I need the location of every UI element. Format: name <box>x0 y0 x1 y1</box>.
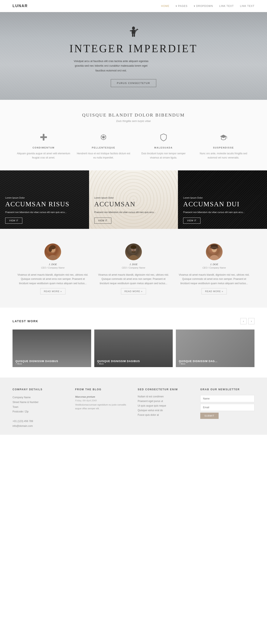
feature-condimentum: CONDIMENTUM Aliquam gravida augue sit am… <box>17 133 70 160</box>
footer: COMPANY DETAILS Company Name Street Name… <box>0 378 267 435</box>
portfolio-small-title-0: Lorem Ipsum Dolor <box>5 196 84 199</box>
svg-point-27 <box>210 255 219 260</box>
portfolio-desc-1: Praesent non bibendum dui vitae cursus e… <box>94 210 173 214</box>
feature-pellentesque: PELLENTESQUE Hendrerit risus et est tris… <box>77 133 131 160</box>
svg-rect-4 <box>132 34 133 37</box>
nav-link2[interactable]: LINK TEXT <box>240 4 255 8</box>
footer-newsletter-title: GRAB OUR NEWSLETTER <box>200 388 255 391</box>
feature-text-1: Hendrerit risus et est tristique facilis… <box>77 152 131 160</box>
avatar-2 <box>206 244 223 260</box>
newsletter-submit-button[interactable]: SUBMIT <box>200 413 219 419</box>
portfolio-btn-2[interactable]: VIEW IT <box>183 218 200 224</box>
svg-rect-2 <box>130 30 132 31</box>
newsletter-email-input[interactable] <box>200 404 255 411</box>
portfolio-btn-1[interactable]: VIEW IT <box>94 218 111 224</box>
nav-pages[interactable]: ▾ PAGES <box>176 4 188 8</box>
footer-company: COMPANY DETAILS Company Name Street Name… <box>12 388 67 428</box>
portfolio-content-1: Lorem Ipsum Dolor ACCUMSAN Praesent non … <box>94 196 173 224</box>
svg-marker-11 <box>101 134 106 140</box>
testimonial-text-0: Vivamus sit amet mauris blandit, digniss… <box>17 273 89 286</box>
portfolio-item-1: Lorem Ipsum Dolor ACCUMSAN Praesent non … <box>89 170 178 229</box>
svg-point-26 <box>131 251 136 253</box>
testimonial-text-2: Vivamus sit amet mauris blandit, digniss… <box>178 273 250 286</box>
hero-title: INTEGER IMPERDIET <box>69 42 198 55</box>
footer-sed: SED CONSECTETUR ENIM Nullam id est condi… <box>138 388 192 428</box>
newsletter-name-input[interactable] <box>200 395 255 402</box>
nav-dropdown[interactable]: ▾ DROPDOWN <box>194 4 213 8</box>
feature-text-3: Nunc oro ante, molestie iaculis fringill… <box>197 152 251 160</box>
portfolio-item-2: Lorem Ipsum Dolor ACCUMSAN DUI Praesent … <box>178 170 267 229</box>
hero-cta-button[interactable]: PURUS CONSECTETUR <box>111 79 156 87</box>
svg-rect-8 <box>40 136 47 138</box>
next-button[interactable]: › <box>248 318 255 324</box>
work-item-0: QUISQUE DIGNISSIM DAGIBUS + More <box>12 330 91 367</box>
work-caption-title-1: QUISQUE DIGNISSIM DAGIBUS <box>97 360 170 363</box>
footer-company-title: COMPANY DETAILS <box>12 388 67 391</box>
nav-links: HOME ▾ PAGES ▾ DROPDOWN LINK TEXT LINK T… <box>161 4 255 8</box>
portfolio-btn-0[interactable]: VIEW IT <box>5 218 22 224</box>
portfolio-content-2: Lorem Ipsum Dolor ACCUMSAN DUI Praesent … <box>183 196 262 224</box>
latest-work-header: LATEST WORK ‹ › <box>12 318 255 324</box>
portfolio-desc-2: Praesent non bibendum dui vitae cursus e… <box>183 210 262 214</box>
hero-content: INTEGER IMPERDIET Volutpat arcu at fauci… <box>69 25 198 87</box>
footer-blog-item-0: Maecenas pretium Friday, 6th April 2049 … <box>75 395 129 410</box>
feature-icon-star <box>77 133 131 143</box>
portfolio-item-0: Lorem Ipsum Dolor ACCUMSAN RISUS Praesen… <box>0 170 89 229</box>
prev-button[interactable]: ‹ <box>240 318 247 324</box>
features-subtitle: Duis fringilla sem turpis vitae <box>17 120 250 122</box>
feature-text-2: Duis tincidunt turpis non tempor semper … <box>137 152 190 160</box>
footer-blog-post-title: Maecenas pretium <box>75 395 129 398</box>
testimonials-section: J. DOE CEO / Company Name Vivamus sit am… <box>0 229 267 308</box>
work-item-2: QUISQUE DIGNISSIM DAG... + More <box>176 330 255 367</box>
footer-blog: FROM THE BLOG Maecenas pretium Friday, 6… <box>75 388 129 428</box>
footer-sed-item-2: Ut quis augue quis neque <box>138 404 192 407</box>
feature-text-0: Aliquam gravida augue sit amet velit ele… <box>17 152 70 160</box>
portfolio-small-title-2: Lorem Ipsum Dolor <box>183 196 262 199</box>
testimonial-link-2[interactable]: READ MORE » <box>202 288 227 294</box>
work-caption-title-2: QUISQUE DIGNISSIM DAG... <box>179 360 252 363</box>
svg-point-31 <box>210 246 218 249</box>
footer-sed-item-0: Nullam id est condimen <box>138 395 192 398</box>
work-caption-title-0: QUISQUE DIGNISSIM DAGIBUS <box>15 360 88 363</box>
svg-rect-1 <box>132 30 135 34</box>
svg-marker-14 <box>226 138 227 139</box>
testimonial-role-2: CEO / Company Name <box>178 266 250 269</box>
svg-rect-5 <box>134 34 135 37</box>
footer-blog-title: FROM THE BLOG <box>75 388 129 391</box>
testimonial-role-1: CEO / Company Name <box>97 266 170 269</box>
footer-blog-date: Friday, 6th April 2049 <box>75 399 129 402</box>
svg-point-16 <box>48 255 57 260</box>
nav-home[interactable]: HOME <box>161 4 169 8</box>
testimonial-name-0: J. DOE <box>17 263 89 266</box>
feature-title-0: CONDIMENTUM <box>17 146 70 149</box>
feature-icon-shield <box>137 133 190 143</box>
portfolio-big-title-1: ACCUMSAN <box>94 200 173 208</box>
hero-icon <box>69 25 198 40</box>
hero-section: INTEGER IMPERDIET Volutpat arcu at fauci… <box>0 12 267 100</box>
testimonial-link-1[interactable]: READ MORE » <box>121 288 146 294</box>
portfolio-big-title-0: ACCUMSAN RISUS <box>5 200 84 208</box>
features-grid: CONDIMENTUM Aliquam gravida augue sit am… <box>17 133 250 160</box>
footer-sed-list: Nullam id est condimen Praesent eget pur… <box>138 395 192 416</box>
testimonial-1: J. DOE CEO / Company Name Vivamus sit am… <box>97 244 170 293</box>
work-caption-more-0: + More <box>15 363 88 365</box>
portfolio-content-0: Lorem Ipsum Dolor ACCUMSAN RISUS Praesen… <box>5 196 84 224</box>
portfolio-big-title-2: ACCUMSAN DUI <box>183 200 262 208</box>
svg-point-19 <box>49 247 52 252</box>
feature-malesuada: MALESUADA Duis tincidunt turpis non temp… <box>137 133 190 160</box>
latest-work-navigation: ‹ › <box>240 318 255 324</box>
latest-work-section: LATEST WORK ‹ › QUISQUE DIGNISSIM DAGIBU… <box>0 308 267 378</box>
footer-sed-title: SED CONSECTETUR ENIM <box>138 388 192 391</box>
testimonial-name-1: J. DOE <box>97 263 170 266</box>
features-title: QUISQUE BLANDIT DOLOR BIBENDUM <box>17 112 250 118</box>
footer-sed-item-4: Fusce quis dolor at <box>138 414 192 416</box>
footer-sed-item-3: Quisque varius erat do <box>138 409 192 412</box>
testimonial-name-2: J. DOE <box>178 263 250 266</box>
navigation: LUNAR HOME ▾ PAGES ▾ DROPDOWN LINK TEXT … <box>0 0 267 12</box>
footer-company-details: Company Name Street Name & Number Town P… <box>12 395 67 428</box>
testimonial-link-0[interactable]: READ MORE » <box>40 288 65 294</box>
nav-link1[interactable]: LINK TEXT <box>219 4 234 8</box>
testimonial-role-0: CEO / Company Name <box>17 266 89 269</box>
svg-point-20 <box>129 255 138 260</box>
testimonial-text-1: Vivamus sit amet mauris blandit, digniss… <box>97 273 170 286</box>
